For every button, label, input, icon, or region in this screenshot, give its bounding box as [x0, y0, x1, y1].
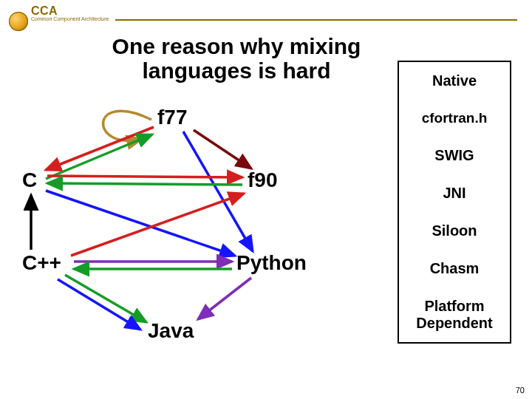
- arrow-c-f77: [46, 134, 152, 179]
- arrow-cpp-f90: [71, 194, 244, 256]
- title-line-1: One reason why mixing: [112, 34, 361, 58]
- arrow-f77-f90: [194, 130, 251, 168]
- node-cpp: C++: [22, 251, 61, 275]
- arrow-f77-python: [183, 132, 253, 251]
- node-python: Python: [236, 251, 307, 275]
- tools-sidebar: Native cfortran.h SWIG JNI Siloon Chasm …: [398, 61, 511, 344]
- sidebar-siloon: Siloon: [399, 212, 510, 250]
- title-line-2: languages is hard: [142, 58, 330, 83]
- sidebar-platform-l2: Dependent: [416, 315, 492, 331]
- arrow-c-f90-r: [47, 176, 242, 177]
- sidebar-swig: SWIG: [399, 137, 510, 174]
- header-rule: [115, 19, 517, 21]
- arrow-c-python: [46, 191, 235, 256]
- node-f90: f90: [248, 168, 277, 192]
- sidebar-native: Native: [399, 62, 510, 100]
- cca-subtitle: Common Component Architecture: [31, 16, 109, 21]
- page-number: 70: [516, 386, 525, 395]
- sidebar-cfortran: cfortran.h: [399, 100, 510, 137]
- sidebar-jni: JNI: [399, 174, 510, 212]
- cca-logo-icon: [9, 12, 28, 31]
- node-java: Java: [148, 319, 194, 343]
- sidebar-platform: Platform Dependent: [399, 287, 510, 342]
- node-c: C: [22, 168, 37, 192]
- sidebar-platform-l1: Platform: [424, 298, 484, 314]
- arrow-f77-c: [46, 127, 154, 170]
- arrow-f90-c: [47, 183, 242, 185]
- header-bar: CCA Common Component Architecture: [4, 4, 525, 22]
- node-f77: f77: [157, 106, 187, 129]
- sidebar-chasm: Chasm: [399, 250, 510, 287]
- slide-title: One reason why mixing languages is hard: [89, 34, 384, 83]
- arrow-cpp-java-g: [65, 275, 146, 322]
- arrow-python-java: [198, 278, 251, 319]
- arrow-cpp-java-b: [58, 279, 140, 330]
- arrow-f77-loop: [103, 111, 151, 140]
